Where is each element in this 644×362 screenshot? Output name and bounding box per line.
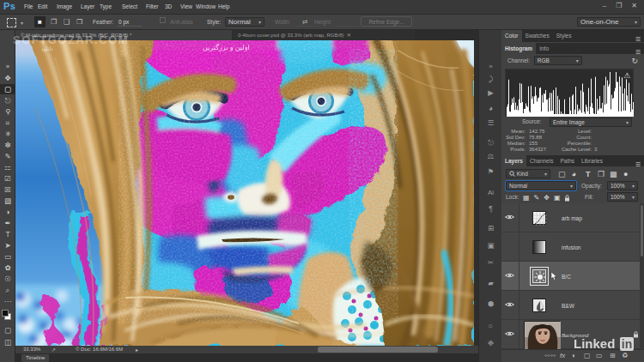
svg-text:دانلود: دانلود xyxy=(41,46,53,52)
svg-text:اولین و بزرگترین: اولین و بزرگترین xyxy=(203,43,250,51)
